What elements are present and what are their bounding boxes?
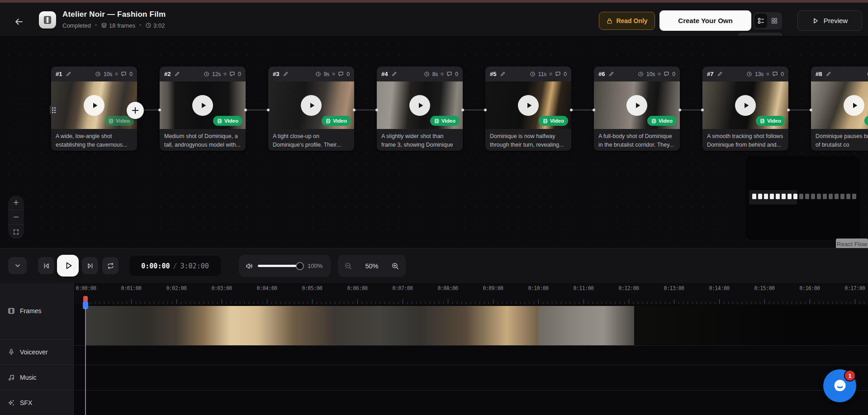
frame-number: #7 [707, 71, 713, 77]
frame-thumbnail[interactable]: Video [485, 81, 571, 129]
ruler-tick [231, 302, 231, 304]
previous-frame-button[interactable] [38, 257, 54, 274]
play-overlay-button[interactable] [844, 95, 864, 116]
filmstrip-clip-dark[interactable] [634, 306, 868, 345]
ruler-tick [122, 302, 123, 304]
speaker-icon[interactable] [245, 262, 253, 270]
ruler-time-label: 0:04:00 [254, 285, 280, 291]
grid-layout-button[interactable] [768, 14, 781, 28]
add-frame-button[interactable] [127, 102, 144, 119]
edit-pencil-icon[interactable] [825, 71, 831, 77]
comment-icon[interactable] [121, 71, 127, 77]
back-button[interactable] [11, 14, 27, 30]
play-overlay-button[interactable] [192, 95, 213, 116]
edit-pencil-icon[interactable] [500, 71, 506, 77]
edit-pencil-icon[interactable] [391, 71, 397, 77]
frame-card[interactable]: #511s0VideoDominique is now halfway thro… [485, 67, 571, 151]
fit-view-button[interactable] [8, 225, 24, 239]
play-overlay-button[interactable] [84, 95, 104, 116]
frame-connector [246, 110, 268, 110]
storyboard-canvas[interactable]: #110s0VideoA wide, low-angle shot establ… [0, 36, 868, 248]
frame-card[interactable]: #110s0VideoA wide, low-angle shot establ… [51, 67, 137, 151]
frame-thumbnail[interactable]: Video [377, 81, 463, 129]
frame-thumbnail[interactable]: Video [51, 81, 137, 129]
preview-button[interactable]: Preview [797, 10, 862, 31]
frame-thumbnail[interactable]: Video [594, 81, 680, 129]
frame-card[interactable]: #48s0VideoA slightly wider shot than fra… [377, 67, 463, 151]
frame-card[interactable]: #610s0VideoA full-body shot of Dominique… [594, 67, 680, 151]
play-overlay-button[interactable] [518, 95, 539, 116]
ruler-tick [353, 302, 353, 304]
ruler-tick [95, 302, 95, 304]
clock-icon [746, 71, 752, 77]
frame-drag-handle[interactable] [50, 105, 57, 115]
line-layout-button[interactable] [754, 14, 767, 28]
timeline-zoom-in-button[interactable] [391, 262, 399, 270]
track-label-music[interactable]: Music [0, 365, 74, 390]
comment-icon[interactable] [446, 71, 452, 77]
ruler-tick [470, 302, 471, 304]
frame-thumbnail[interactable]: Video [268, 81, 354, 129]
ruler-time-label: 0:03:00 [209, 285, 234, 291]
ruler-tick [330, 302, 331, 304]
ruler-tick [457, 302, 457, 304]
frame-thumbnail[interactable]: Video [160, 81, 246, 129]
ruler-tick [697, 302, 697, 304]
clock-icon [315, 71, 321, 77]
frame-card[interactable]: #8VideoDominique pauses bri junction of … [811, 67, 868, 151]
filmstrip-clip-1[interactable] [86, 306, 538, 345]
play-overlay-button[interactable] [735, 95, 756, 116]
canvas-zoom-out-button[interactable] [8, 210, 24, 224]
comment-count: 0 [346, 71, 350, 77]
ruler-tick [131, 299, 132, 304]
ruler-time-label: 0:13:00 [661, 285, 687, 291]
comment-icon[interactable] [229, 71, 235, 77]
ruler-tick [109, 302, 109, 304]
connector-dot [244, 109, 247, 111]
play-overlay-button[interactable] [301, 95, 322, 116]
canvas-minimap[interactable] [745, 156, 860, 240]
timeline-zoom-out-button[interactable] [344, 262, 352, 270]
edit-pencil-icon[interactable] [174, 71, 180, 77]
edit-pencil-icon[interactable] [717, 71, 723, 77]
loop-button[interactable] [102, 257, 119, 274]
play-overlay-button[interactable] [409, 95, 430, 116]
ruler-tick [484, 302, 484, 304]
track-label-voiceover[interactable]: Voiceover [0, 339, 74, 365]
ruler-tick [602, 302, 602, 304]
track-label-frames[interactable]: Frames [0, 283, 74, 339]
ruler-tick [561, 302, 561, 304]
volume-slider[interactable] [258, 262, 303, 270]
minimap-frame-square [805, 194, 809, 199]
play-overlay-button[interactable] [626, 95, 647, 116]
create-your-own-button[interactable]: Create Your Own [659, 10, 751, 31]
ruler-tick [416, 302, 417, 304]
ruler-tick [90, 302, 91, 304]
comment-icon[interactable] [555, 71, 561, 77]
frame-thumbnail[interactable]: Video [811, 81, 868, 129]
play-button[interactable] [57, 255, 79, 277]
timeline-ruler[interactable]: 0:00:000:01:000:02:000:03:000:04:000:05:… [74, 283, 868, 304]
filmstrip-clip-2[interactable] [538, 306, 634, 345]
frame-card[interactable]: #212s0VideoMedium shot of Dominique, a t… [160, 67, 246, 151]
comment-icon[interactable] [664, 71, 669, 77]
frame-thumbnail[interactable]: Video [702, 81, 788, 129]
collapse-timeline-button[interactable] [8, 257, 27, 274]
ruler-tick [466, 302, 466, 304]
frames-track-filmstrip[interactable] [86, 306, 868, 345]
track-label-sfx[interactable]: SFX [0, 390, 74, 415]
frame-card[interactable]: #713s0VideoA smooth tracking shot follow… [702, 67, 788, 151]
canvas-zoom-in-button[interactable] [8, 196, 24, 210]
comment-icon[interactable] [772, 71, 778, 77]
edit-pencil-icon[interactable] [608, 71, 614, 77]
volume-slider-knob[interactable] [296, 262, 304, 270]
ruler-tick [289, 302, 290, 304]
next-frame-button[interactable] [82, 257, 98, 274]
frame-number: #8 [816, 71, 822, 77]
edit-pencil-icon[interactable] [66, 71, 71, 77]
edit-pencil-icon[interactable] [283, 71, 289, 77]
connector-dot [678, 109, 681, 111]
play-icon [64, 261, 73, 270]
comment-icon[interactable] [338, 71, 344, 77]
frame-card[interactable]: #39s0VideoA tight close-up on Dominique'… [268, 67, 354, 151]
